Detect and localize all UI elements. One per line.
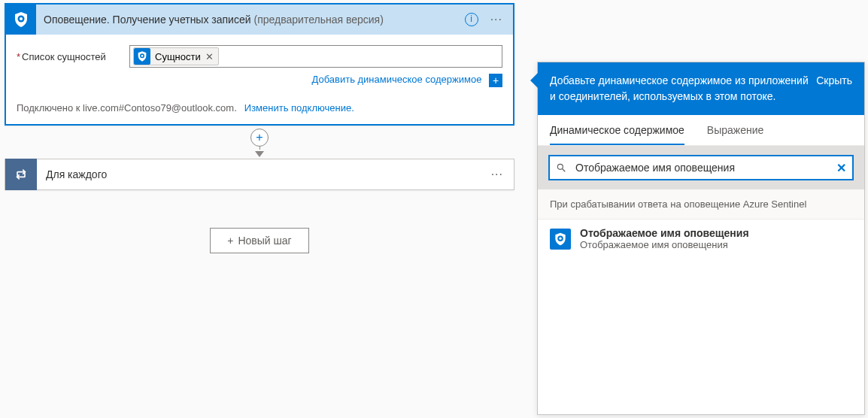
action-menu-ellipsis[interactable]: ··· [486,13,507,26]
dynamic-item-alert-display-name[interactable]: Отображаемое имя оповещения Отображаемое… [538,220,864,258]
insert-step-button[interactable]: + [250,129,269,147]
flow-canvas: Оповещение. Получение учетных записей (п… [0,0,519,418]
param-input-entities[interactable]: Сущности ✕ [129,45,502,68]
sentinel-shield-icon [134,48,150,65]
dynamic-panel-header: Добавьте динамическое содержимое из прил… [538,62,864,115]
dynamic-item-title: Отображаемое имя оповещения [580,227,749,239]
svg-point-2 [557,164,563,169]
add-dynamic-plus-button[interactable]: + [489,74,502,87]
connector-arrow: + [0,129,519,157]
arrow-down-icon [255,151,264,157]
connection-status: Подключено к live.com#Contoso79@outlook.… [17,102,237,114]
sentinel-shield-icon [550,229,571,250]
action-card-body: *Список сущностей Сущности ✕ Добавить ди… [6,35,513,96]
add-dynamic-link[interactable]: Добавить динамическое содержимое [311,74,481,85]
action-title: Оповещение. Получение учетных записей [36,14,251,26]
tab-dynamic-content[interactable]: Динамическое содержимое [550,115,684,145]
dynamic-header-text: Добавьте динамическое содержимое из прил… [550,73,809,104]
dynamic-content-panel: Добавьте динамическое содержимое из прил… [537,62,865,415]
new-step-button[interactable]: +Новый шаг [210,228,308,253]
dynamic-group-header: При срабатывании ответа на оповещение Az… [538,189,864,220]
dynamic-search-box[interactable]: ✕ [548,155,854,180]
action-card-for-each[interactable]: Для каждого ··· [5,159,514,190]
svg-line-3 [563,169,566,172]
connection-row: Подключено к live.com#Contoso79@outlook.… [6,96,513,124]
info-icon[interactable]: i [465,13,478,26]
token-label: Сущности [155,51,201,62]
dynamic-search-input[interactable] [574,161,836,174]
change-connection-link[interactable]: Изменить подключение. [244,102,354,114]
dynamic-item-text: Отображаемое имя оповещения Отображаемое… [580,227,749,250]
for-each-title: Для каждого [37,168,487,180]
action-subtitle: (предварительная версия) [251,14,465,26]
plus-icon: + [227,235,233,247]
dynamic-search-area: ✕ [538,146,864,189]
param-row-entities: *Список сущностей Сущности ✕ [17,45,502,68]
token-entities[interactable]: Сущности ✕ [133,47,219,65]
clear-search-icon[interactable]: ✕ [836,161,846,175]
dynamic-item-desc: Отображаемое имя оповещения [580,239,749,250]
sentinel-shield-icon [6,5,36,35]
action-card-get-accounts: Оповещение. Получение учетных записей (п… [5,3,514,126]
hide-panel-link[interactable]: Скрыть [816,73,852,89]
action-card-header[interactable]: Оповещение. Получение учетных записей (п… [6,5,513,35]
search-icon [556,162,566,173]
action-menu-ellipsis[interactable]: ··· [487,168,508,181]
token-remove-icon[interactable]: ✕ [205,51,214,62]
tab-expression[interactable]: Выражение [707,115,763,145]
param-label: *Список сущностей [17,51,129,62]
new-step-area: +Новый шаг [0,228,519,253]
add-dynamic-row: Добавить динамическое содержимое + [17,68,502,90]
dynamic-tabs: Динамическое содержимое Выражение [538,115,864,146]
loop-icon [5,159,37,190]
